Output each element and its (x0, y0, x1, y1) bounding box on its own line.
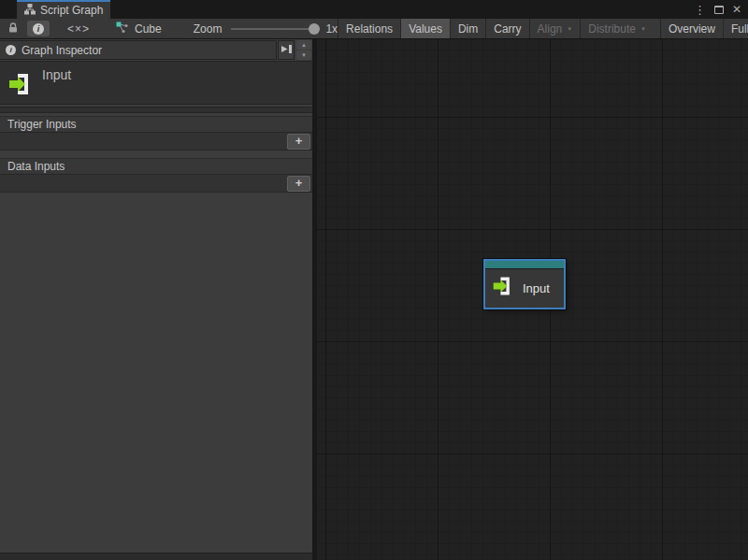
zoom-slider-thumb[interactable] (309, 23, 320, 35)
code-icon: <×> (67, 22, 90, 36)
input-node[interactable]: Input (483, 259, 566, 309)
align-label: Align (538, 22, 563, 36)
add-data-input-button[interactable]: + (287, 176, 310, 192)
info-icon: i (6, 45, 16, 55)
values-label: Values (409, 22, 442, 36)
window-controls: ⋮ ✕ (694, 0, 748, 19)
graph-inspector-panel: i Graph Inspector ▲ ▼ (0, 39, 312, 560)
data-inputs-list: + (0, 174, 312, 193)
scroll-down-button[interactable]: ▼ (296, 50, 311, 60)
zoom-label: Zoom (194, 22, 223, 36)
input-node-header (485, 261, 564, 269)
code-preview-button[interactable]: <×> (50, 19, 107, 38)
inspector-header: i Graph Inspector (0, 40, 277, 60)
align-dropdown[interactable]: Align ▼ (529, 19, 581, 38)
relations-label: Relations (346, 22, 393, 36)
data-inputs-label: Data Inputs (7, 160, 65, 173)
relations-button[interactable]: Relations (338, 19, 400, 38)
input-node-body: Input (485, 269, 564, 307)
dock-right-icon (280, 42, 293, 59)
graph-canvas[interactable]: Input (317, 39, 748, 560)
graph-hierarchy-icon (24, 4, 36, 18)
input-unit-icon (492, 275, 514, 301)
input-unit-icon (7, 71, 34, 101)
info-icon: i (33, 23, 44, 35)
graph-toolbar: i <×> Cube Zoom 1x Relations Values D (0, 19, 748, 39)
fullscreen-button[interactable]: Full Screen (723, 19, 748, 38)
unit-preview-title: Input (42, 67, 71, 82)
unit-description-box (0, 107, 312, 113)
tab-label: Script Graph (40, 4, 103, 17)
trigger-inputs-header: Trigger Inputs (0, 116, 312, 132)
main-area: i Graph Inspector ▲ ▼ (0, 39, 748, 560)
inspector-empty-space (0, 193, 312, 553)
trigger-inputs-list: + (0, 132, 312, 151)
window-menu-icon[interactable]: ⋮ (694, 4, 706, 16)
inspector-title: Graph Inspector (22, 44, 102, 57)
panel-scroll-spinner: ▲ ▼ (296, 40, 311, 60)
fullscreen-label: Full Screen (731, 22, 748, 36)
inspector-toggle-button[interactable]: i (27, 21, 50, 36)
inspector-header-row: i Graph Inspector ▲ ▼ (0, 40, 312, 60)
chevron-down-icon: ▼ (567, 26, 572, 32)
maximize-icon[interactable] (714, 6, 724, 14)
triangle-down-icon: ▼ (301, 52, 307, 58)
trigger-inputs-label: Trigger Inputs (7, 118, 77, 131)
distribute-label: Distribute (588, 22, 636, 36)
zoom-slider[interactable] (231, 28, 317, 30)
distribute-dropdown[interactable]: Distribute ▼ (580, 19, 654, 38)
scroll-up-button[interactable]: ▲ (296, 40, 311, 50)
dim-label: Dim (458, 22, 478, 36)
inspector-bottom-strip (0, 553, 312, 560)
data-inputs-header: Data Inputs (0, 158, 312, 174)
section-gap (0, 151, 312, 155)
zoom-value: 1x (325, 22, 338, 36)
input-node-title: Input (523, 281, 550, 295)
overview-label: Overview (669, 22, 715, 36)
values-button[interactable]: Values (400, 19, 450, 38)
node-network-icon (116, 21, 129, 36)
toolbar-gap (654, 19, 660, 38)
unit-preview: Input (0, 61, 312, 105)
toolbar-right-group: Relations Values Dim Carry Align ▼ Distr… (338, 19, 748, 38)
graph-owner-label: Cube (135, 22, 162, 36)
close-icon[interactable]: ✕ (732, 4, 741, 15)
add-trigger-input-button[interactable]: + (287, 134, 310, 150)
lock-button[interactable] (0, 19, 26, 38)
dock-panel-button[interactable] (278, 40, 295, 60)
dim-button[interactable]: Dim (450, 19, 485, 38)
triangle-up-icon: ▲ (301, 42, 307, 48)
carry-button[interactable]: Carry (485, 19, 528, 38)
graph-owner-button[interactable]: Cube (107, 19, 171, 38)
tab-script-graph[interactable]: Script Graph (17, 0, 110, 19)
overview-button[interactable]: Overview (660, 19, 723, 38)
carry-label: Carry (494, 22, 521, 36)
zoom-control: Zoom 1x (194, 19, 338, 38)
lock-icon (7, 22, 19, 36)
title-bar: Script Graph ⋮ ✕ (0, 0, 748, 19)
chevron-down-icon: ▼ (640, 26, 646, 32)
